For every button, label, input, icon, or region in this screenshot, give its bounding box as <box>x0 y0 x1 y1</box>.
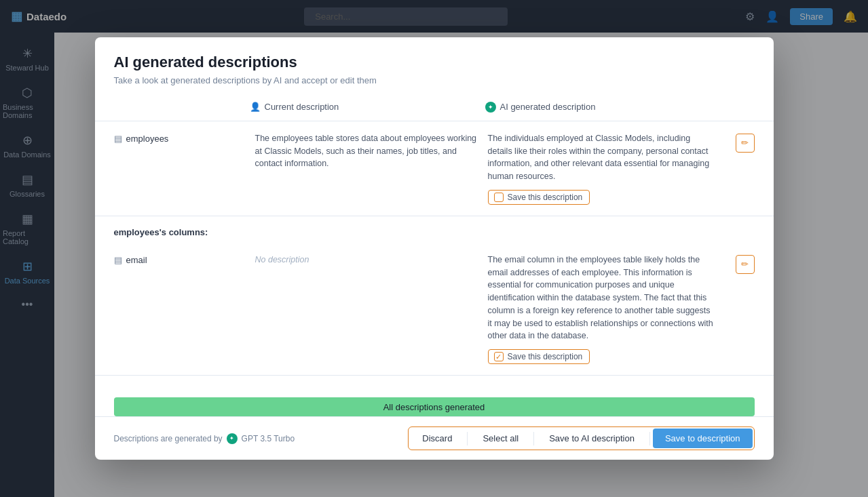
footer-info: Descriptions are generated by ✦ GPT 3.5 … <box>114 433 295 444</box>
current-desc-employees: The employees table stores data about em… <box>255 132 483 170</box>
edit-btn-cell-employees: ✏ <box>721 132 755 153</box>
current-desc-header: 👤 Current description <box>250 102 485 113</box>
progress-section: All descriptions generated <box>95 389 774 416</box>
progress-label: All descriptions generated <box>383 402 485 412</box>
ai-desc-header-label: AI generated description <box>500 102 596 112</box>
save-checkbox-employees[interactable] <box>494 193 504 202</box>
discard-button[interactable]: Discard <box>410 429 464 448</box>
table-header: 👤 Current description ✦ AI generated des… <box>95 94 774 121</box>
entity-name-email: ▤ email <box>114 254 250 265</box>
separator-3 <box>649 432 650 445</box>
check-mark-email: ✓ <box>495 353 502 361</box>
edit-btn-cell-email: ✏ <box>721 254 755 274</box>
table-row: ▤ email No description The email column … <box>95 243 774 376</box>
spacer <box>95 376 774 389</box>
generated-by-text: Descriptions are generated by <box>114 434 223 443</box>
save-this-desc-employees[interactable]: Save this description <box>488 190 590 205</box>
modal-footer: Descriptions are generated by ✦ GPT 3.5 … <box>95 416 774 460</box>
edit-icon-email: ✏ <box>741 259 749 269</box>
ai-descriptions-modal: AI generated descriptions Take a look at… <box>95 37 774 460</box>
save-to-description-button[interactable]: Save to description <box>653 429 753 448</box>
modal-overlay: AI generated descriptions Take a look at… <box>0 0 868 497</box>
save-this-desc-email[interactable]: ✓ Save this description <box>488 349 590 364</box>
select-all-button[interactable]: Select all <box>470 429 531 448</box>
entity-label-employees: employees <box>126 134 169 144</box>
edit-button-email[interactable]: ✏ <box>736 255 755 274</box>
openai-icon-footer: ✦ <box>227 433 238 444</box>
current-desc-email: No description <box>255 254 483 266</box>
ai-desc-header: ✦ AI generated description <box>485 102 721 113</box>
save-checkbox-row-email: ✓ Save this description <box>488 349 715 364</box>
columns-section-label: employees's columns: <box>95 216 774 243</box>
ai-desc-email-cell: The email column in the employees table … <box>488 254 715 364</box>
ai-desc-employees: The individuals employed at Classic Mode… <box>488 132 715 183</box>
progress-bar: All descriptions generated <box>114 397 755 416</box>
ai-desc-employees-cell: The individuals employed at Classic Mode… <box>488 132 715 205</box>
ai-desc-header-icon: ✦ <box>485 102 496 113</box>
modal-header: AI generated descriptions Take a look at… <box>95 37 774 94</box>
entity-icon-email: ▤ <box>114 255 122 265</box>
modal-subtitle: Take a look at generated descriptions by… <box>114 75 755 85</box>
save-checkbox-email[interactable]: ✓ <box>494 352 504 361</box>
current-desc-header-icon: 👤 <box>250 102 261 112</box>
edit-button-employees[interactable]: ✏ <box>736 134 755 153</box>
model-name: GPT 3.5 Turbo <box>242 434 295 443</box>
entity-icon-employees: ▤ <box>114 134 122 144</box>
current-desc-header-label: Current description <box>265 102 339 112</box>
modal-title: AI generated descriptions <box>114 54 755 71</box>
modal-body: 👤 Current description ✦ AI generated des… <box>95 94 774 389</box>
save-ai-description-button[interactable]: Save to AI description <box>537 429 647 448</box>
save-checkbox-row-employees: Save this description <box>488 190 715 205</box>
entity-name-employees: ▤ employees <box>114 132 250 144</box>
save-checkbox-label-text-email: Save this description <box>508 352 583 361</box>
save-checkbox-label-text: Save this description <box>508 193 583 202</box>
separator-1 <box>467 432 468 445</box>
table-row: ▤ employees The employees table stores d… <box>95 121 774 216</box>
separator-2 <box>533 432 534 445</box>
footer-actions: Discard Select all Save to AI descriptio… <box>408 426 754 450</box>
entity-label-email: email <box>126 255 147 265</box>
edit-icon-employees: ✏ <box>741 138 749 148</box>
ai-desc-email: The email column in the employees table … <box>488 254 715 342</box>
